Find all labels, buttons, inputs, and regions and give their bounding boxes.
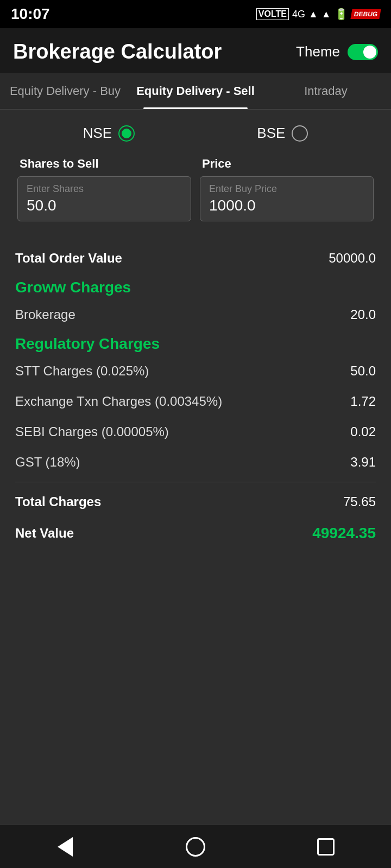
shares-placeholder: Enter Shares: [27, 183, 182, 195]
status-icons: VOLTE 4G ▲ ▲ 🔋 DEBUG: [256, 8, 380, 21]
signal-icon: ▲: [308, 9, 318, 20]
theme-toggle[interactable]: [348, 44, 378, 60]
gst-row: GST (18%) 3.91: [15, 447, 376, 477]
tab-sell[interactable]: Equity Delivery - Sell: [130, 73, 261, 109]
recents-button[interactable]: [312, 833, 339, 860]
brokerage-label: Brokerage: [15, 307, 75, 322]
theme-control: Theme: [296, 43, 378, 60]
nse-option[interactable]: NSE: [83, 125, 135, 142]
bse-option[interactable]: BSE: [257, 125, 308, 142]
regulatory-charges-heading: Regulatory Charges: [15, 330, 376, 356]
total-order-value: 50000.0: [329, 251, 376, 266]
nse-radio[interactable]: [118, 125, 135, 142]
theme-label: Theme: [296, 43, 340, 60]
toggle-knob: [363, 46, 376, 59]
price-input-group: Price Enter Buy Price 1000.0: [195, 157, 378, 221]
status-bar: 10:07 VOLTE 4G ▲ ▲ 🔋 DEBUG: [0, 0, 391, 28]
net-value-amount: 49924.35: [312, 525, 376, 542]
stt-row: STT Charges (0.025%) 50.0: [15, 356, 376, 386]
results-section: Total Order Value 50000.0 Groww Charges …: [0, 234, 391, 558]
price-placeholder: Enter Buy Price: [209, 183, 364, 195]
shares-value[interactable]: 50.0: [27, 197, 182, 214]
debug-badge: DEBUG: [350, 9, 381, 19]
net-value-row: Net Value 49924.35: [15, 517, 376, 550]
total-charges-row: Total Charges 75.65: [15, 487, 376, 517]
shares-label: Shares to Sell: [17, 157, 191, 171]
content-area: NSE BSE Shares to Sell Enter Shares 50.0…: [0, 110, 391, 825]
bse-radio[interactable]: [292, 125, 308, 142]
nse-radio-inner: [122, 129, 131, 138]
signal2-icon: ▲: [321, 9, 331, 20]
exchange-txn-label: Exchange Txn Charges (0.00345%): [15, 394, 222, 409]
sebi-value: 0.02: [350, 424, 376, 439]
total-charges-value: 75.65: [343, 494, 376, 509]
home-icon: [186, 837, 205, 857]
home-button[interactable]: [182, 833, 209, 860]
app-title: Brokerage Calculator: [13, 40, 222, 63]
brokerage-value: 20.0: [350, 307, 376, 322]
tab-bar: Equity Delivery - Buy Equity Delivery - …: [0, 73, 391, 110]
volte-icon: VOLTE: [256, 8, 289, 20]
price-input-wrapper[interactable]: Enter Buy Price 1000.0: [200, 176, 374, 221]
sebi-row: SEBI Charges (0.00005%) 0.02: [15, 417, 376, 447]
sebi-label: SEBI Charges (0.00005%): [15, 424, 169, 439]
inputs-row: Shares to Sell Enter Shares 50.0 Price E…: [0, 157, 391, 234]
net-value-label: Net Value: [15, 526, 74, 541]
price-label: Price: [200, 157, 374, 171]
divider: [15, 482, 376, 482]
total-charges-label: Total Charges: [15, 494, 101, 509]
exchange-txn-value: 1.72: [350, 394, 376, 409]
gst-label: GST (18%): [15, 455, 80, 470]
header: Brokerage Calculator Theme: [0, 28, 391, 73]
4g-icon: 4G: [292, 9, 305, 20]
battery-icon: 🔋: [335, 8, 348, 21]
status-time: 10:07: [11, 5, 50, 23]
price-value[interactable]: 1000.0: [209, 197, 364, 214]
gst-value: 3.91: [350, 455, 376, 470]
brokerage-row: Brokerage 20.0: [15, 299, 376, 330]
total-order-label: Total Order Value: [15, 251, 122, 266]
exchange-txn-row: Exchange Txn Charges (0.00345%) 1.72: [15, 386, 376, 417]
groww-charges-heading: Groww Charges: [15, 273, 376, 299]
tab-buy[interactable]: Equity Delivery - Buy: [0, 73, 130, 109]
exchange-selector: NSE BSE: [0, 110, 391, 157]
total-order-row: Total Order Value 50000.0: [15, 243, 376, 273]
back-button[interactable]: [52, 833, 79, 860]
recents-icon: [317, 838, 335, 856]
shares-input-wrapper[interactable]: Enter Shares 50.0: [17, 176, 191, 221]
tab-intraday[interactable]: Intraday: [261, 73, 391, 109]
stt-label: STT Charges (0.025%): [15, 363, 149, 379]
back-icon: [58, 837, 73, 857]
nav-bar: [0, 825, 391, 868]
stt-value: 50.0: [350, 363, 376, 379]
nse-label: NSE: [83, 125, 112, 142]
shares-input-group: Shares to Sell Enter Shares 50.0: [13, 157, 195, 221]
bse-label: BSE: [257, 125, 285, 142]
